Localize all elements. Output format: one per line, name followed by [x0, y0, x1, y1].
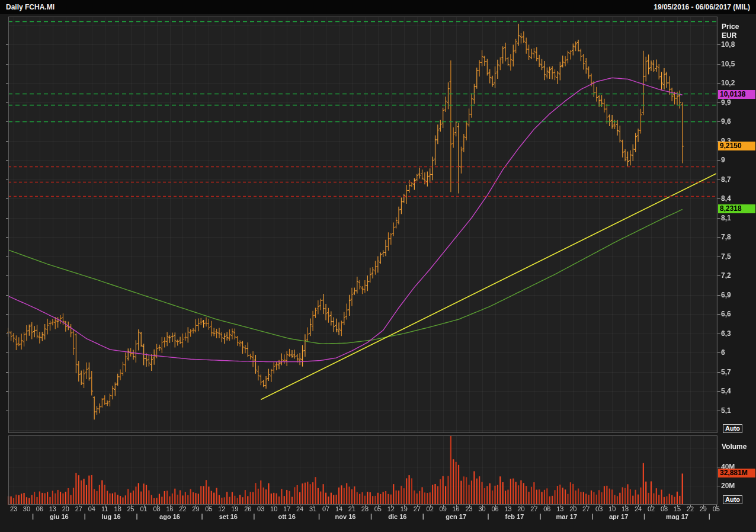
month-label: set 16: [209, 513, 247, 520]
day-tick-label: 18: [619, 505, 632, 512]
day-tick-label: 24: [632, 505, 645, 512]
day-tick-label: 28: [358, 505, 371, 512]
price-axis-title: Price EUR: [722, 23, 739, 40]
day-tick-label: 27: [579, 505, 592, 512]
day-tick-label: 30: [20, 505, 33, 512]
month-label: ott 16: [268, 513, 306, 520]
day-tick-label: 14: [332, 505, 345, 512]
volume-axis-title: Volume: [722, 443, 747, 451]
month-separator: |: [539, 512, 541, 520]
price-tick-label: 5,1: [721, 406, 731, 415]
day-tick-label: 06: [540, 505, 553, 512]
month-label: gen 17: [437, 513, 475, 520]
day-tick-label: 18: [111, 505, 124, 512]
price-tick-label: 10,2: [721, 79, 735, 87]
day-tick-label: 30: [476, 505, 489, 512]
day-tick-label: 01: [137, 505, 150, 512]
volume-scale-auto-button[interactable]: Auto: [723, 495, 742, 504]
price-tick-label: 5,4: [721, 387, 731, 395]
day-tick-label: 13: [501, 505, 514, 512]
day-tick-label: 04: [85, 505, 98, 512]
month-separator: |: [253, 512, 255, 520]
day-tick-label: 26: [241, 505, 254, 512]
month-separator: |: [136, 512, 138, 520]
day-tick-label: 05: [202, 505, 215, 512]
month-label: apr 17: [600, 513, 638, 520]
month-separator: |: [643, 512, 645, 520]
price-chip-ma-slow: 8,2318: [718, 204, 755, 213]
day-tick-label: 12: [385, 505, 398, 512]
price-scale-auto-button[interactable]: Auto: [723, 424, 742, 433]
month-separator: |: [488, 512, 489, 520]
month-label: feb 17: [495, 513, 533, 520]
month-separator: |: [32, 512, 34, 520]
day-tick-label: 24: [293, 505, 306, 512]
month-separator: |: [422, 512, 424, 520]
price-tick-label: 7,8: [721, 233, 731, 241]
day-tick-label: 29: [189, 505, 202, 512]
volume-chip-last: 32,881M: [718, 469, 755, 477]
day-tick-label: 23: [463, 505, 476, 512]
day-tick-label: 27: [411, 505, 424, 512]
month-label: lug 16: [92, 513, 130, 520]
price-tick-label: 8,1: [721, 214, 731, 222]
day-tick-label: 10: [267, 505, 280, 512]
price-tick-label: 9,6: [721, 117, 731, 126]
price-tick-label: 10,5: [721, 60, 735, 68]
price-tick-label: 9: [721, 156, 725, 164]
month-separator: |: [709, 512, 710, 520]
title-bar: Daily FCHA.MI 19/05/2016 - 06/06/2017 (M…: [0, 0, 756, 14]
day-tick-label: 25: [124, 505, 137, 512]
day-tick-label: 07: [319, 505, 332, 512]
day-tick-label: 12: [215, 505, 228, 512]
day-tick-label: 21: [345, 505, 358, 512]
price-tick-label: 8,7: [721, 175, 731, 184]
month-label: ago 16: [151, 513, 189, 520]
day-tick-label: 05: [710, 505, 723, 512]
price-tick-label: 6,6: [721, 310, 731, 318]
month-label: mar 17: [547, 513, 585, 520]
day-tick-label: 23: [7, 505, 20, 512]
day-tick-label: 11: [98, 505, 111, 512]
day-tick-label: 15: [671, 505, 684, 512]
month-separator: |: [591, 512, 593, 520]
chart-window: Daily FCHA.MI 19/05/2016 - 06/06/2017 (M…: [0, 0, 756, 532]
day-tick-label: 17: [280, 505, 293, 512]
month-separator: |: [370, 512, 372, 520]
day-tick-label: 03: [254, 505, 267, 512]
price-chip-ma-fast: 10,0138: [718, 90, 755, 99]
day-tick-label: 13: [553, 505, 566, 512]
day-tick-label: 20: [566, 505, 579, 512]
price-chart-canvas[interactable]: [0, 0, 756, 532]
day-tick-label: 08: [150, 505, 164, 512]
chart-date-range: 19/05/2016 - 06/06/2017 (MIL): [654, 3, 750, 11]
day-tick-label: 03: [592, 505, 606, 512]
chart-title: Daily FCHA.MI: [6, 3, 55, 11]
price-chip-last: 9,2150: [718, 142, 755, 150]
price-tick-label: 9,9: [721, 98, 731, 107]
day-tick-label: 29: [697, 505, 710, 512]
day-tick-label: 06: [489, 505, 502, 512]
day-tick-label: 10: [606, 505, 619, 512]
day-tick-label: 06: [33, 505, 46, 512]
day-tick-label: 09: [437, 505, 450, 512]
month-separator: |: [201, 512, 203, 520]
day-tick-label: 16: [450, 505, 463, 512]
day-tick-label: 22: [684, 505, 697, 512]
price-tick-label: 5,7: [721, 368, 731, 376]
price-tick-label: 6,3: [721, 329, 731, 338]
day-tick-label: 13: [46, 505, 59, 512]
price-tick-label: 8,4: [721, 194, 731, 203]
month-separator: |: [84, 512, 86, 520]
month-label: giu 16: [40, 513, 78, 520]
month-label: mag 17: [658, 513, 696, 520]
day-tick-label: 27: [527, 505, 540, 512]
day-tick-label: 05: [371, 505, 385, 512]
price-axis-title-line1: Price: [722, 23, 739, 31]
price-axis-title-line2: EUR: [722, 31, 739, 40]
day-tick-label: 02: [645, 505, 658, 512]
day-tick-label: 02: [424, 505, 437, 512]
day-tick-label: 31: [306, 505, 319, 512]
price-tick-label: 6: [721, 348, 725, 357]
day-tick-label: 16: [164, 505, 177, 512]
